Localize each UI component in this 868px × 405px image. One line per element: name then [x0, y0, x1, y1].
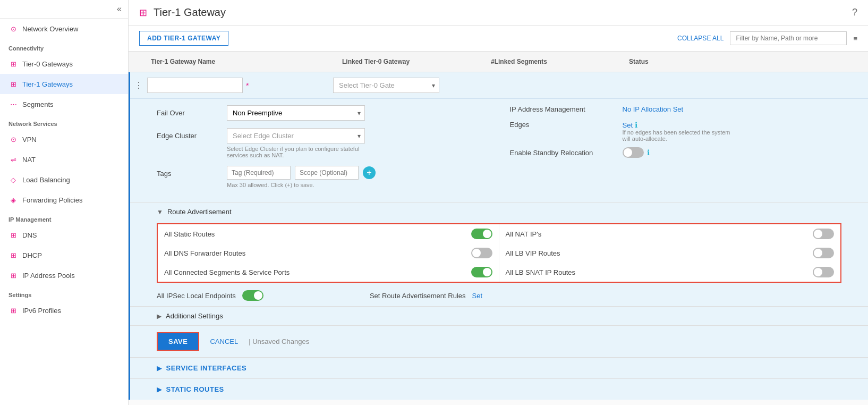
all-connected-segments-toggle[interactable]: [471, 267, 492, 277]
edge-cluster-select[interactable]: Select Edge Cluster: [227, 128, 365, 144]
tags-hint: Max 30 allowed. Click (+) to save.: [227, 182, 489, 188]
edges-info-icon[interactable]: ℹ: [635, 121, 637, 129]
static-routes-row[interactable]: ▶ STATIC ROUTES: [130, 378, 868, 400]
additional-settings-section[interactable]: ▶ Additional Settings: [130, 306, 868, 325]
vpn-icon: ⊙: [8, 134, 18, 144]
all-lb-snat-ip-routes-toggle[interactable]: [813, 267, 834, 277]
ipsec-label: All IPSec Local Endpoints: [157, 292, 236, 300]
sidebar-section-connectivity: Connectivity: [0, 39, 128, 54]
row-context-menu[interactable]: ⋮: [130, 80, 147, 90]
all-nat-ips-toggle[interactable]: [813, 229, 834, 239]
enable-standby-label: Enable Standby Relocation: [510, 149, 616, 157]
all-static-routes-toggle[interactable]: [471, 229, 492, 239]
table-col-name: Tier-1 Gateway Name: [144, 56, 336, 68]
set-route-advertisement-value[interactable]: Set: [472, 292, 483, 300]
help-icon[interactable]: ?: [852, 7, 857, 18]
sidebar-item-load-balancing[interactable]: ◇ Load Balancing: [0, 170, 128, 190]
service-interfaces-chevron: ▶: [157, 365, 162, 372]
save-button[interactable]: SAVE: [157, 332, 199, 351]
sidebar-item-label: Network Overview: [22, 25, 78, 33]
sidebar-collapse-button[interactable]: «: [117, 4, 122, 14]
table-col-linked-segments: #Linked Segments: [484, 56, 623, 68]
filter-icon: ≡: [853, 35, 857, 43]
unsaved-changes-label: | Unsaved Changes: [249, 338, 309, 345]
sidebar-item-dhcp[interactable]: ⊞ DHCP: [0, 245, 128, 265]
gateway-row: ⋮ MD-T1-LR-01 * Select Tier-0 Gate: [129, 72, 868, 400]
tags-label: Tags: [157, 166, 220, 178]
action-row: SAVE CANCEL | Unsaved Changes: [130, 325, 868, 357]
all-static-routes-label: All Static Routes: [164, 230, 215, 238]
sidebar-item-network-overview[interactable]: ⊙ Network Overview: [0, 19, 128, 39]
filter-input[interactable]: [730, 31, 847, 45]
segments-icon: ⋯: [8, 99, 18, 109]
add-tag-button[interactable]: +: [363, 166, 376, 179]
static-routes-chevron: ▶: [157, 386, 162, 393]
sidebar-item-label: Tier-0 Gateways: [22, 60, 73, 68]
all-lb-vip-routes-toggle[interactable]: [813, 248, 834, 258]
linked-tier0-select[interactable]: Select Tier-0 Gate: [333, 78, 439, 93]
sidebar-item-label: VPN: [22, 136, 37, 144]
all-lb-vip-routes-row: All LB VIP Routes: [499, 243, 841, 263]
fail-over-select[interactable]: Non Preemptive: [227, 105, 365, 121]
main-header: ⊞ Tier-1 Gateway ?: [129, 0, 868, 26]
table-col-linked-tier0: Linked Tier-0 Gateway: [336, 56, 484, 68]
sidebar-item-label: DHCP: [22, 251, 42, 259]
all-lb-snat-ip-routes-label: All LB SNAT IP Routes: [506, 268, 576, 276]
route-advertisement-chevron: ▼: [157, 208, 163, 216]
sidebar-item-dns[interactable]: ⊞ DNS: [0, 225, 128, 245]
add-tier1-gateway-button[interactable]: ADD TIER-1 GATEWAY: [139, 31, 228, 46]
table-col-status: Status: [623, 56, 868, 68]
edge-cluster-field: Edge Cluster Select Edge Cluster Select …: [157, 128, 489, 158]
ipv6-icon: ⊞: [8, 306, 18, 315]
all-connected-segments-label: All Connected Segments & Service Ports: [164, 268, 290, 276]
standby-info-icon[interactable]: ℹ: [647, 148, 650, 157]
sidebar-item-segments[interactable]: ⋯ Segments: [0, 94, 128, 114]
all-lb-vip-routes-label: All LB VIP Routes: [506, 249, 560, 257]
content-area: ⋮ MD-T1-LR-01 * Select Tier-0 Gate: [129, 72, 868, 405]
sidebar-item-forwarding-policies[interactable]: ◈ Forwarding Policies: [0, 190, 128, 210]
sidebar-item-ip-address-pools[interactable]: ⊞ IP Address Pools: [0, 265, 128, 285]
sidebar-item-tier1-gateways[interactable]: ⊞ Tier-1 Gateways: [0, 74, 128, 94]
page-title: Tier-1 Gateway: [154, 6, 226, 19]
gateway-name-input[interactable]: MD-T1-LR-01: [147, 78, 243, 93]
ip-address-management-value[interactable]: No IP Allocation Set: [623, 105, 684, 113]
table-header: Tier-1 Gateway Name Linked Tier-0 Gatewa…: [129, 52, 868, 72]
sidebar-item-tier0-gateways[interactable]: ⊞ Tier-0 Gateways: [0, 54, 128, 74]
dhcp-icon: ⊞: [8, 250, 18, 260]
all-nat-ips-row: All NAT IP's: [499, 224, 841, 243]
sidebar: « ⊙ Network Overview Connectivity ⊞ Tier…: [0, 0, 129, 405]
edges-hint: If no edges has been selected the system…: [623, 129, 739, 142]
enable-standby-toggle[interactable]: [623, 147, 644, 158]
tags-field: Tags + Max 30 allowed. Click (+) to save…: [157, 166, 489, 188]
all-dns-forwarder-routes-toggle[interactable]: [471, 248, 492, 258]
route-advertisement-label: Route Advertisement: [167, 208, 232, 216]
sidebar-item-label: Load Balancing: [22, 176, 70, 184]
fail-over-field: Fail Over Non Preemptive: [157, 105, 489, 121]
sidebar-item-nat[interactable]: ⇌ NAT: [0, 149, 128, 170]
service-interfaces-label: SERVICE INTERFACES: [166, 364, 247, 372]
route-advertisement-section[interactable]: ▼ Route Advertisement: [130, 202, 868, 221]
edges-value[interactable]: Set: [623, 121, 633, 129]
collapse-all-button[interactable]: COLLAPSE ALL: [677, 35, 724, 42]
static-routes-label: STATIC ROUTES: [166, 385, 224, 393]
tier0-icon: ⊞: [8, 59, 18, 69]
service-interfaces-row[interactable]: ▶ SERVICE INTERFACES: [130, 357, 868, 378]
scope-optional-input[interactable]: [295, 166, 359, 180]
network-overview-icon: ⊙: [8, 24, 18, 33]
cancel-button[interactable]: CANCEL: [206, 333, 242, 350]
tag-required-input[interactable]: [227, 166, 291, 180]
sidebar-item-label: IP Address Pools: [22, 272, 75, 280]
fwd-icon: ◈: [8, 195, 18, 205]
gateway-icon: ⊞: [139, 7, 147, 19]
edge-cluster-hint: Select Edge Cluster if you plan to confi…: [227, 146, 376, 158]
sidebar-item-vpn[interactable]: ⊙ VPN: [0, 129, 128, 149]
all-static-routes-row: All Static Routes: [158, 224, 499, 243]
main-toolbar: ADD TIER-1 GATEWAY COLLAPSE ALL ≡: [129, 26, 868, 52]
ippool-icon: ⊞: [8, 271, 18, 280]
edges-label: Edges: [510, 121, 616, 129]
sidebar-item-label: DNS: [22, 231, 37, 239]
sidebar-item-ipv6-profiles[interactable]: ⊞ IPv6 Profiles: [0, 300, 128, 320]
ipsec-toggle[interactable]: [242, 290, 263, 301]
sidebar-section-network-services: Network Services: [0, 114, 128, 129]
sidebar-section-ip-management: IP Management: [0, 210, 128, 225]
